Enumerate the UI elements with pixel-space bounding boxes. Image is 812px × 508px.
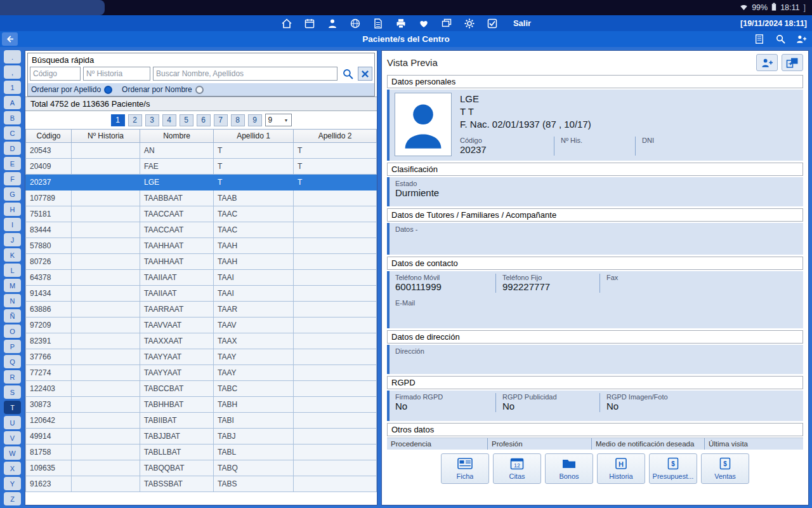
patient-icon[interactable] <box>327 17 339 29</box>
home-icon[interactable] <box>281 17 293 29</box>
alphabet-letter[interactable]: O <box>4 324 21 338</box>
alphabet-letter[interactable]: Q <box>4 355 21 368</box>
table-row[interactable]: 82391TAAXXAATTAAX <box>26 333 377 349</box>
page-size-select[interactable]: 9 ▼ <box>265 114 292 126</box>
alphabet-letter[interactable]: B <box>4 111 21 124</box>
alphabet-letter[interactable]: E <box>4 157 21 170</box>
ficha-button[interactable]: Ficha <box>441 453 489 484</box>
alphabet-letter[interactable]: P <box>4 340 21 353</box>
page-button[interactable]: 5 <box>180 114 193 126</box>
historia-button[interactable]: H Historia <box>597 453 645 484</box>
toolbar-datetime: [19/11/2024 18:11] <box>740 19 807 28</box>
page-button[interactable]: 3 <box>145 114 159 126</box>
table-row[interactable]: 91434TAAIIAATTAAI <box>26 286 377 302</box>
table-row[interactable]: 57880TAAHHAATTAAH <box>26 238 377 254</box>
table-row[interactable]: 81758TABLLBATTABL <box>26 444 377 460</box>
search-name-input[interactable] <box>153 67 337 81</box>
page-button[interactable]: 9 <box>248 114 262 126</box>
alphabet-letter[interactable]: , <box>4 65 21 79</box>
clear-search-button[interactable] <box>358 67 372 81</box>
column-header[interactable]: Nombre <box>140 130 214 143</box>
exit-button[interactable]: Salir <box>513 18 531 28</box>
add-patient-icon[interactable] <box>756 54 778 71</box>
heart-icon[interactable] <box>418 17 430 29</box>
alphabet-letter[interactable]: V <box>4 431 21 444</box>
page-button[interactable]: 1 <box>111 114 125 126</box>
order-by-apellido-radio[interactable] <box>104 86 112 94</box>
presupuestos-button[interactable]: $ Presupuest... <box>649 453 697 484</box>
table-row[interactable]: 49914TABJJBATTABJ <box>26 429 377 444</box>
search-button[interactable] <box>340 67 355 81</box>
citas-button[interactable]: 12 Citas <box>493 453 541 484</box>
column-header[interactable]: Nº Historia <box>72 130 140 143</box>
alphabet-letter[interactable]: F <box>4 172 21 185</box>
page-button[interactable]: 7 <box>214 114 228 126</box>
alphabet-letter[interactable]: T <box>4 401 21 414</box>
alphabet-letter[interactable]: J <box>4 233 21 246</box>
alphabet-letter[interactable]: Ñ <box>4 309 21 323</box>
table-row[interactable]: 109635TABQQBATTABQ <box>26 460 377 476</box>
column-header[interactable]: Apellido 1 <box>214 130 294 143</box>
tasks-icon[interactable] <box>487 17 499 29</box>
alphabet-letter[interactable]: K <box>4 248 21 262</box>
historia-input[interactable] <box>83 67 150 81</box>
alphabet-letter[interactable]: W <box>4 446 21 460</box>
alphabet-letter[interactable]: U <box>4 416 21 429</box>
globe-icon[interactable] <box>350 17 362 29</box>
svg-text:$: $ <box>723 460 727 467</box>
table-row[interactable]: 75181TAACCAATTAAC <box>26 206 377 222</box>
search-icon[interactable] <box>775 34 786 45</box>
back-button[interactable] <box>2 32 18 46</box>
alphabet-letter[interactable]: I <box>4 218 21 231</box>
table-row[interactable]: 97209TAAVVAATTAAV <box>26 318 377 333</box>
table-row[interactable]: 64378TAAIIAATTAAI <box>26 270 377 286</box>
table-row[interactable]: 107789TAABBAATTAAB <box>26 190 377 206</box>
alphabet-letter[interactable]: M <box>4 279 21 292</box>
add-patient-icon[interactable] <box>796 34 807 45</box>
order-by-nombre-radio[interactable] <box>195 86 204 94</box>
table-row[interactable]: 91623TABSSBATTABS <box>26 476 377 492</box>
table-row[interactable]: 37766TAAYYAATTAAY <box>26 349 377 365</box>
alphabet-letter[interactable]: L <box>4 264 21 277</box>
alphabet-letter[interactable]: X <box>4 462 21 475</box>
transfer-patient-icon[interactable] <box>782 54 803 71</box>
printer-icon[interactable] <box>395 17 407 29</box>
settings-icon[interactable] <box>464 17 476 29</box>
table-row[interactable]: 20237LGETT <box>26 175 377 190</box>
table-row[interactable]: 63886TAARRAATTAAR <box>26 302 377 318</box>
alphabet-letter[interactable]: D <box>4 142 21 155</box>
alphabet-letter[interactable]: H <box>4 203 21 216</box>
alphabet-letter[interactable]: . <box>4 50 21 64</box>
report-icon[interactable] <box>754 34 765 45</box>
table-row[interactable]: 120642TABIIBATTABI <box>26 413 377 429</box>
alphabet-letter[interactable]: Z <box>4 492 21 505</box>
alphabet-letter[interactable]: S <box>4 385 21 399</box>
table-row[interactable]: 20543ANTT <box>26 143 377 159</box>
codigo-input[interactable] <box>30 67 81 81</box>
alphabet-letter[interactable]: G <box>4 187 21 201</box>
table-row[interactable]: 83444TAACCAATTAAC <box>26 222 377 238</box>
column-header[interactable]: Apellido 2 <box>294 130 377 143</box>
pagination-pages: 123456789 <box>111 114 262 126</box>
page-button[interactable]: 6 <box>197 114 211 126</box>
alphabet-letter[interactable]: C <box>4 126 21 140</box>
page-button[interactable]: 8 <box>231 114 245 126</box>
alphabet-letter[interactable]: 1 <box>4 81 21 94</box>
page-button[interactable]: 4 <box>162 114 176 126</box>
document-icon[interactable] <box>372 17 384 29</box>
table-row[interactable]: 30873TABHHBATTABH <box>26 397 377 413</box>
alphabet-letter[interactable]: A <box>4 96 21 109</box>
alphabet-letter[interactable]: Y <box>4 477 21 490</box>
table-row[interactable]: 20409FAETT <box>26 159 377 175</box>
ventas-button[interactable]: $ Ventas <box>701 453 749 484</box>
table-row[interactable]: 122403TABCCBATTABC <box>26 381 377 397</box>
page-button[interactable]: 2 <box>128 114 142 126</box>
table-row[interactable]: 77274TAAYYAATTAAY <box>26 365 377 381</box>
column-header[interactable]: Código <box>26 130 72 143</box>
table-row[interactable]: 80726TAAHHAATTAAH <box>26 254 377 270</box>
calendar-icon[interactable] <box>304 17 316 29</box>
cards-icon[interactable] <box>441 17 453 29</box>
alphabet-letter[interactable]: R <box>4 370 21 384</box>
bonos-button[interactable]: Bonos <box>545 453 593 484</box>
alphabet-letter[interactable]: N <box>4 294 21 307</box>
